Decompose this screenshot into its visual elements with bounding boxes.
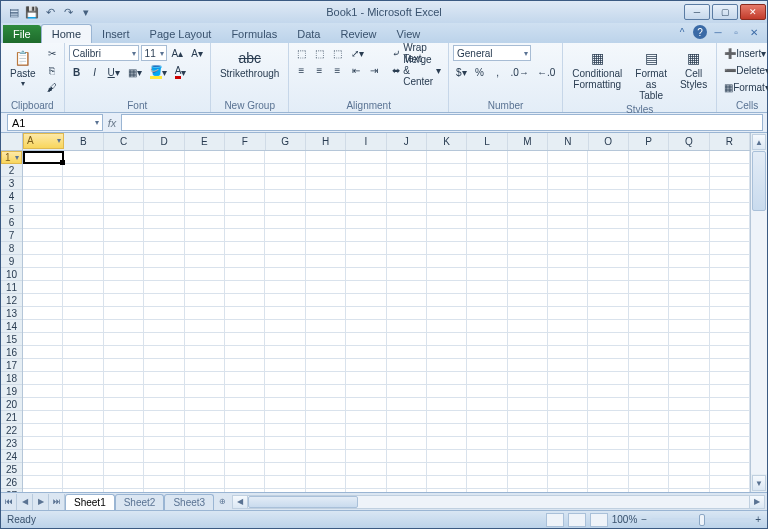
maximize-button[interactable]: ▢ (712, 4, 738, 20)
paste-button[interactable]: 📋 Paste ▾ (5, 45, 41, 91)
comma-button[interactable]: , (490, 64, 506, 80)
sheet-nav-prev[interactable]: ◀ (17, 494, 33, 510)
row-header-20[interactable]: 20 (1, 398, 22, 411)
align-top-button[interactable]: ⬚ (293, 45, 309, 61)
vscroll-track[interactable] (751, 151, 767, 474)
column-header-O[interactable]: O (589, 133, 629, 150)
number-format-select[interactable]: General (453, 45, 531, 61)
sheet-tab-2[interactable]: Sheet2 (115, 494, 165, 510)
row-header-27[interactable]: 27 (1, 489, 22, 492)
scroll-down-button[interactable]: ▼ (752, 475, 766, 491)
sheet-nav-last[interactable]: ⏭ (49, 494, 65, 510)
sheet-nav-next[interactable]: ▶ (33, 494, 49, 510)
shrink-font-button[interactable]: A▾ (188, 45, 206, 61)
help-icon[interactable]: ? (693, 25, 707, 39)
zoom-in-button[interactable]: + (755, 514, 761, 525)
column-header-D[interactable]: D (144, 133, 184, 150)
hscroll-track[interactable] (248, 495, 749, 509)
minimize-button[interactable]: ─ (684, 4, 710, 20)
column-header-F[interactable]: F (225, 133, 265, 150)
border-button[interactable]: ▦▾ (125, 64, 145, 80)
close-button[interactable]: ✕ (740, 4, 766, 20)
fx-icon[interactable]: fx (103, 117, 121, 129)
row-header-8[interactable]: 8 (1, 242, 22, 255)
row-header-17[interactable]: 17 (1, 359, 22, 372)
row-header-15[interactable]: 15 (1, 333, 22, 346)
zoom-out-button[interactable]: − (641, 514, 647, 525)
row-header-22[interactable]: 22 (1, 424, 22, 437)
format-as-table-button[interactable]: ▤ Format as Table (630, 45, 672, 104)
align-center-button[interactable]: ≡ (311, 62, 327, 78)
tab-insert[interactable]: Insert (92, 25, 140, 43)
row-header-3[interactable]: 3 (1, 177, 22, 190)
font-size-select[interactable]: 11 (141, 45, 167, 61)
format-painter-button[interactable]: 🖌 (44, 79, 60, 95)
row-header-23[interactable]: 23 (1, 437, 22, 450)
cut-button[interactable]: ✂ (44, 45, 60, 61)
cells-area[interactable] (23, 151, 750, 492)
increase-decimal-button[interactable]: .0→ (508, 64, 532, 80)
tab-home[interactable]: Home (41, 24, 92, 43)
decrease-indent-button[interactable]: ⇤ (348, 62, 364, 78)
name-box[interactable]: A1 (7, 114, 103, 131)
grow-font-button[interactable]: A▴ (169, 45, 187, 61)
zoom-slider[interactable] (651, 518, 751, 522)
tab-data[interactable]: Data (287, 25, 330, 43)
row-header-5[interactable]: 5 (1, 203, 22, 216)
new-sheet-button[interactable]: ⊕ (214, 494, 230, 510)
row-header-2[interactable]: 2 (1, 164, 22, 177)
column-header-Q[interactable]: Q (669, 133, 709, 150)
column-header-G[interactable]: G (266, 133, 306, 150)
insert-cells-button[interactable]: ➕ Insert ▾ (721, 45, 768, 61)
sheet-tab-1[interactable]: Sheet1 (65, 494, 115, 510)
column-header-H[interactable]: H (306, 133, 346, 150)
column-header-J[interactable]: J (387, 133, 427, 150)
row-header-4[interactable]: 4 (1, 190, 22, 203)
column-header-I[interactable]: I (346, 133, 386, 150)
view-page-break-button[interactable] (590, 513, 608, 527)
doc-restore-icon[interactable]: ▫ (729, 25, 743, 39)
doc-close-icon[interactable]: ✕ (747, 25, 761, 39)
row-header-14[interactable]: 14 (1, 320, 22, 333)
row-header-9[interactable]: 9 (1, 255, 22, 268)
bold-button[interactable]: B (69, 64, 85, 80)
tab-file[interactable]: File (3, 25, 41, 43)
column-header-A[interactable]: A (23, 133, 64, 149)
row-header-11[interactable]: 11 (1, 281, 22, 294)
tab-page-layout[interactable]: Page Layout (140, 25, 222, 43)
row-header-18[interactable]: 18 (1, 372, 22, 385)
copy-button[interactable]: ⎘ (44, 62, 60, 78)
row-header-21[interactable]: 21 (1, 411, 22, 424)
sheet-tab-3[interactable]: Sheet3 (164, 494, 214, 510)
column-header-C[interactable]: C (104, 133, 144, 150)
row-header-1[interactable]: 1 (1, 151, 22, 164)
row-header-12[interactable]: 12 (1, 294, 22, 307)
accounting-button[interactable]: $▾ (453, 64, 470, 80)
increase-indent-button[interactable]: ⇥ (366, 62, 382, 78)
column-header-R[interactable]: R (710, 133, 750, 150)
orientation-button[interactable]: ⤢▾ (348, 45, 367, 61)
scroll-left-button[interactable]: ◀ (232, 495, 248, 509)
tab-view[interactable]: View (387, 25, 431, 43)
merge-center-button[interactable]: ⬌ Merge & Center ▾ (389, 62, 444, 78)
column-header-L[interactable]: L (467, 133, 507, 150)
cell-styles-button[interactable]: ▦ Cell Styles (675, 45, 712, 93)
undo-icon[interactable]: ↶ (43, 5, 57, 19)
delete-cells-button[interactable]: ➖ Delete ▾ (721, 62, 768, 78)
align-left-button[interactable]: ≡ (293, 62, 309, 78)
column-header-E[interactable]: E (185, 133, 225, 150)
row-header-7[interactable]: 7 (1, 229, 22, 242)
save-icon[interactable]: 💾 (25, 5, 39, 19)
doc-minimize-icon[interactable]: ─ (711, 25, 725, 39)
column-header-N[interactable]: N (548, 133, 588, 150)
font-color-button[interactable]: A▾ (172, 64, 190, 80)
align-middle-button[interactable]: ⬚ (311, 45, 327, 61)
conditional-formatting-button[interactable]: ▦ Conditional Formatting (567, 45, 627, 93)
view-page-layout-button[interactable] (568, 513, 586, 527)
tab-review[interactable]: Review (330, 25, 386, 43)
zoom-slider-knob[interactable] (699, 514, 705, 526)
sheet-nav-first[interactable]: ⏮ (1, 494, 17, 510)
align-right-button[interactable]: ≡ (329, 62, 345, 78)
hscroll-thumb[interactable] (248, 496, 358, 508)
select-all-corner[interactable] (1, 133, 22, 151)
